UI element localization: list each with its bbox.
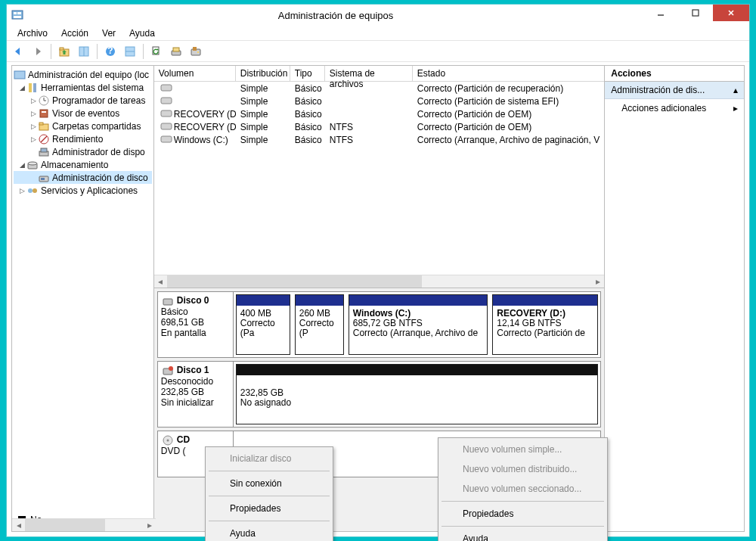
expand-icon[interactable]: ▷: [29, 133, 38, 145]
collapse-icon[interactable]: ◢: [17, 159, 26, 171]
actions-more[interactable]: Acciones adicionales ▸: [605, 99, 744, 117]
cell-estado: Correcto (Partición de recuperación): [413, 83, 604, 94]
actions-pane: Acciones Administración de dis... ▴ Acci…: [605, 66, 744, 531]
tree-performance[interactable]: ▷ Rendimiento: [14, 132, 152, 145]
cell-dist: Simple: [236, 83, 290, 94]
actions-more-label: Acciones adicionales: [621, 103, 706, 113]
cell-dist: Simple: [236, 109, 290, 120]
grid-row[interactable]: RECOVERY (D:) Simple Básico Correcto (Pa…: [154, 107, 604, 120]
scroll-thumb[interactable]: [25, 519, 105, 531]
svg-rect-39: [41, 178, 45, 180]
disk0-part-recovery[interactable]: RECOVERY (D:) 12,14 GB NTFS Correcto (Pa…: [492, 294, 598, 355]
col-volumen[interactable]: Volumen: [154, 66, 236, 81]
cell-fs: NTFS: [325, 122, 413, 132]
expand-icon[interactable]: ▷: [29, 120, 38, 132]
scroll-right-icon[interactable]: ▸: [591, 275, 604, 288]
rescan-icon[interactable]: [168, 43, 184, 60]
cell-tipo: Básico: [290, 109, 325, 120]
ctx-new-striped[interactable]: Nuevo volumen seccionado...: [440, 479, 606, 499]
body-frame: Administración del equipo (loc ◢ Herrami…: [11, 65, 745, 532]
scroll-left-icon[interactable]: ◂: [12, 519, 25, 532]
back-button[interactable]: [10, 43, 26, 60]
collapse-icon[interactable]: ◢: [17, 82, 26, 94]
up-button[interactable]: [56, 43, 73, 60]
tree-sharedfolders[interactable]: ▷ Carpetas compartidas: [14, 120, 152, 132]
toolbar: ?: [7, 41, 749, 62]
menu-archivo[interactable]: Archivo: [11, 26, 54, 40]
grid-body[interactable]: Simple Básico Correcto (Partición de rec…: [154, 82, 604, 146]
scroll-track[interactable]: [25, 519, 143, 531]
grid-row[interactable]: RECOVERY (D:) Simple Básico NTFS Correct…: [154, 120, 604, 133]
disk0-part-1[interactable]: 400 MB Correcto (Pa: [236, 294, 290, 355]
disk1-header[interactable]: Disco 1 Desconocido 232,85 GB Sin inicia…: [158, 362, 234, 427]
collapse-up-icon[interactable]: ▴: [733, 85, 738, 95]
tree-devicemgr[interactable]: Administrador de dispo: [14, 145, 152, 158]
svg-rect-42: [161, 85, 172, 91]
volume-grid[interactable]: Volumen Distribución Tipo Sistema de arc…: [154, 66, 604, 288]
svg-point-41: [33, 188, 37, 193]
help-button[interactable]: ?: [102, 43, 119, 60]
ctx-help[interactable]: Ayuda: [207, 524, 331, 541]
sidebar-h-scrollbar[interactable]: ◂ ▸: [12, 518, 156, 531]
disk1-unallocated[interactable]: 232,85 GB No asignado: [236, 364, 598, 424]
grid-h-scrollbar[interactable]: ◂ ▸: [154, 275, 604, 288]
forward-button[interactable]: [29, 43, 46, 60]
scroll-left-icon[interactable]: ◂: [154, 275, 167, 288]
close-button[interactable]: [713, 5, 749, 21]
svg-rect-1: [14, 12, 17, 14]
tree-diskmgmt[interactable]: Administración de disco: [14, 171, 152, 184]
disk0-part-windows[interactable]: Windows (C:) 685,72 GB NTFS Correcto (Ar…: [349, 294, 488, 355]
disk-icon[interactable]: [187, 43, 204, 60]
view-panes-button[interactable]: [76, 43, 92, 60]
col-tipo[interactable]: Tipo: [290, 66, 325, 81]
tree-tools[interactable]: ◢ Herramientas del sistema: [14, 81, 152, 94]
cdrom-icon: [163, 435, 173, 446]
disk1-status: Sin inicializar: [161, 397, 214, 408]
grid-row[interactable]: Simple Básico Correcto (Partición de rec…: [154, 82, 604, 95]
ctx-vol-properties[interactable]: Propiedades: [440, 504, 606, 524]
details-view-button[interactable]: [122, 43, 138, 60]
expand-icon[interactable]: ▷: [17, 185, 26, 197]
col-sistema[interactable]: Sistema de archivos: [325, 66, 413, 81]
actions-sub[interactable]: Administración de dis... ▴: [605, 82, 744, 99]
titlebar[interactable]: Administración de equipos: [7, 5, 749, 26]
menu-accion[interactable]: Acción: [55, 26, 94, 40]
ctx-new-spanned[interactable]: Nuevo volumen distribuido...: [440, 459, 606, 479]
svg-point-20: [197, 51, 199, 53]
expand-icon[interactable]: ▷: [29, 107, 38, 120]
col-estado[interactable]: Estado: [413, 66, 604, 81]
tree-eventviewer[interactable]: ▷ Visor de eventos: [14, 107, 152, 120]
part-status: Correcto (Pa: [240, 319, 286, 338]
menu-ver[interactable]: Ver: [96, 26, 122, 40]
disk-row-1[interactable]: Disco 1 Desconocido 232,85 GB Sin inicia…: [157, 361, 601, 428]
grid-header[interactable]: Volumen Distribución Tipo Sistema de arc…: [154, 66, 604, 82]
col-distribucion[interactable]: Distribución: [236, 66, 290, 81]
scroll-right-icon[interactable]: ▸: [143, 519, 156, 532]
disk0-header[interactable]: Disco 0 Básico 698,51 GB En pantalla: [158, 292, 234, 357]
tree-services[interactable]: ▷ Servicios y Aplicaciones: [14, 184, 152, 197]
minimize-button[interactable]: [643, 5, 678, 21]
grid-row[interactable]: Windows (C:) Simple Básico NTFS Correcto…: [154, 133, 604, 146]
ctx-offline[interactable]: Sin conexión: [207, 474, 331, 493]
svg-rect-5: [692, 10, 699, 16]
ctx-vol-help[interactable]: Ayuda: [440, 529, 606, 541]
sidebar-tree[interactable]: Administración del equipo (loc ◢ Herrami…: [12, 66, 154, 531]
menu-ayuda[interactable]: Ayuda: [123, 26, 161, 40]
expand-icon[interactable]: ▷: [29, 95, 38, 107]
hdd-icon: [163, 296, 173, 306]
ctx-init-disk[interactable]: Inicializar disco: [207, 449, 331, 468]
maximize-button[interactable]: [678, 5, 713, 21]
scroll-thumb[interactable]: [167, 275, 422, 288]
tree-root[interactable]: Administración del equipo (loc: [14, 68, 152, 81]
svg-rect-44: [161, 110, 172, 117]
disk0-part-2[interactable]: 260 MB Correcto (P: [295, 294, 344, 355]
grid-row[interactable]: Simple Básico Correcto (Partición de sis…: [154, 95, 604, 107]
tree-devicemgr-label: Administrador de dispo: [52, 146, 145, 158]
ctx-new-simple[interactable]: Nuevo volumen simple...: [440, 440, 606, 459]
scroll-track[interactable]: [167, 275, 591, 288]
ctx-properties[interactable]: Propiedades: [207, 499, 331, 518]
tree-progtask[interactable]: ▷ Programador de tareas: [14, 94, 152, 107]
tree-storage[interactable]: ◢ Almacenamiento: [14, 158, 152, 171]
refresh-icon[interactable]: [148, 43, 165, 60]
disk-row-0[interactable]: Disco 0 Básico 698,51 GB En pantalla 400…: [157, 291, 601, 358]
